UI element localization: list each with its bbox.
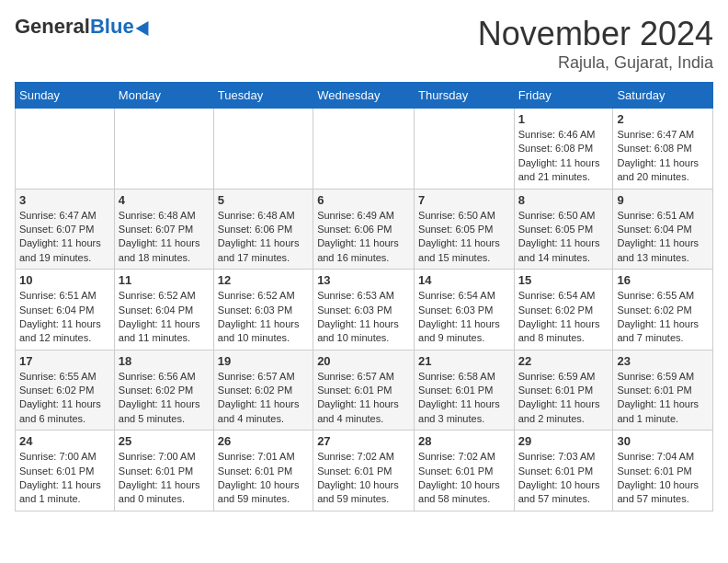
calendar-cell: 24Sunrise: 7:00 AM Sunset: 6:01 PM Dayli…: [16, 431, 115, 511]
day-info: Sunrise: 6:59 AM Sunset: 6:01 PM Dayligh…: [617, 370, 709, 427]
day-info: Sunrise: 6:52 AM Sunset: 6:03 PM Dayligh…: [218, 289, 309, 346]
calendar-week-row: 17Sunrise: 6:55 AM Sunset: 6:02 PM Dayli…: [16, 350, 713, 431]
day-number: 27: [317, 434, 410, 448]
calendar-cell: 13Sunrise: 6:53 AM Sunset: 6:03 PM Dayli…: [313, 270, 415, 350]
day-info: Sunrise: 6:47 AM Sunset: 6:08 PM Dayligh…: [617, 128, 709, 185]
calendar-title: November 2024: [478, 15, 713, 53]
day-number: 29: [518, 434, 609, 448]
calendar-week-row: 3Sunrise: 6:47 AM Sunset: 6:07 PM Daylig…: [16, 189, 713, 270]
day-number: 22: [518, 354, 609, 368]
calendar-cell: 29Sunrise: 7:03 AM Sunset: 6:01 PM Dayli…: [514, 431, 613, 511]
day-info: Sunrise: 6:57 AM Sunset: 6:02 PM Dayligh…: [218, 370, 309, 427]
day-number: 5: [218, 193, 309, 207]
day-number: 13: [317, 273, 410, 287]
day-info: Sunrise: 6:55 AM Sunset: 6:02 PM Dayligh…: [19, 370, 110, 427]
calendar-cell: 22Sunrise: 6:59 AM Sunset: 6:01 PM Dayli…: [514, 350, 613, 431]
calendar-cell: 1Sunrise: 6:46 AM Sunset: 6:08 PM Daylig…: [514, 109, 613, 190]
calendar-cell: 30Sunrise: 7:04 AM Sunset: 6:01 PM Dayli…: [613, 431, 713, 511]
day-number: 4: [119, 193, 210, 207]
calendar-cell: 14Sunrise: 6:54 AM Sunset: 6:03 PM Dayli…: [415, 270, 515, 350]
calendar-cell: 8Sunrise: 6:50 AM Sunset: 6:05 PM Daylig…: [514, 189, 613, 270]
day-number: 10: [19, 273, 110, 287]
calendar-cell: [313, 109, 415, 190]
logo: General Blue: [15, 15, 153, 39]
day-number: 2: [617, 112, 709, 126]
weekday-header: Sunday: [16, 83, 115, 109]
calendar-cell: 10Sunrise: 6:51 AM Sunset: 6:04 PM Dayli…: [16, 270, 115, 350]
day-info: Sunrise: 6:50 AM Sunset: 6:05 PM Dayligh…: [418, 209, 510, 266]
day-number: 15: [518, 273, 609, 287]
calendar-cell: 5Sunrise: 6:48 AM Sunset: 6:06 PM Daylig…: [213, 189, 313, 270]
day-info: Sunrise: 6:55 AM Sunset: 6:02 PM Dayligh…: [617, 289, 709, 346]
calendar-cell: 6Sunrise: 6:49 AM Sunset: 6:06 PM Daylig…: [313, 189, 415, 270]
calendar-table: SundayMondayTuesdayWednesdayThursdayFrid…: [15, 82, 713, 511]
calendar-cell: 2Sunrise: 6:47 AM Sunset: 6:08 PM Daylig…: [613, 109, 713, 190]
day-number: 26: [218, 434, 309, 448]
day-info: Sunrise: 6:49 AM Sunset: 6:06 PM Dayligh…: [317, 209, 410, 266]
calendar-cell: 26Sunrise: 7:01 AM Sunset: 6:01 PM Dayli…: [213, 431, 313, 511]
day-info: Sunrise: 6:51 AM Sunset: 6:04 PM Dayligh…: [617, 209, 709, 266]
day-info: Sunrise: 6:54 AM Sunset: 6:03 PM Dayligh…: [418, 289, 510, 346]
day-info: Sunrise: 6:58 AM Sunset: 6:01 PM Dayligh…: [418, 370, 510, 427]
logo-triangle-icon: [135, 17, 154, 36]
calendar-cell: [114, 109, 213, 190]
day-info: Sunrise: 6:48 AM Sunset: 6:06 PM Dayligh…: [218, 209, 309, 266]
page-header: General Blue November 2024 Rajula, Gujar…: [15, 15, 713, 73]
day-info: Sunrise: 6:51 AM Sunset: 6:04 PM Dayligh…: [19, 289, 110, 346]
day-number: 28: [418, 434, 510, 448]
calendar-cell: 3Sunrise: 6:47 AM Sunset: 6:07 PM Daylig…: [16, 189, 115, 270]
calendar-cell: 17Sunrise: 6:55 AM Sunset: 6:02 PM Dayli…: [16, 350, 115, 431]
day-number: 16: [617, 273, 709, 287]
calendar-cell: 19Sunrise: 6:57 AM Sunset: 6:02 PM Dayli…: [213, 350, 313, 431]
weekday-header: Monday: [114, 83, 213, 109]
calendar-cell: 11Sunrise: 6:52 AM Sunset: 6:04 PM Dayli…: [114, 270, 213, 350]
calendar-cell: 18Sunrise: 6:56 AM Sunset: 6:02 PM Dayli…: [114, 350, 213, 431]
day-info: Sunrise: 6:50 AM Sunset: 6:05 PM Dayligh…: [518, 209, 609, 266]
calendar-cell: 9Sunrise: 6:51 AM Sunset: 6:04 PM Daylig…: [613, 189, 713, 270]
day-info: Sunrise: 7:01 AM Sunset: 6:01 PM Dayligh…: [218, 450, 309, 507]
calendar-cell: 4Sunrise: 6:48 AM Sunset: 6:07 PM Daylig…: [114, 189, 213, 270]
day-info: Sunrise: 7:04 AM Sunset: 6:01 PM Dayligh…: [617, 450, 709, 507]
day-number: 20: [317, 354, 410, 368]
calendar-cell: 15Sunrise: 6:54 AM Sunset: 6:02 PM Dayli…: [514, 270, 613, 350]
day-info: Sunrise: 7:02 AM Sunset: 6:01 PM Dayligh…: [317, 450, 410, 507]
day-number: 6: [317, 193, 410, 207]
weekday-header-row: SundayMondayTuesdayWednesdayThursdayFrid…: [16, 83, 713, 109]
day-info: Sunrise: 6:53 AM Sunset: 6:03 PM Dayligh…: [317, 289, 410, 346]
weekday-header: Thursday: [415, 83, 515, 109]
calendar-cell: 16Sunrise: 6:55 AM Sunset: 6:02 PM Dayli…: [613, 270, 713, 350]
day-number: 8: [518, 193, 609, 207]
calendar-week-row: 24Sunrise: 7:00 AM Sunset: 6:01 PM Dayli…: [16, 431, 713, 511]
day-number: 3: [19, 193, 110, 207]
day-info: Sunrise: 7:02 AM Sunset: 6:01 PM Dayligh…: [418, 450, 510, 507]
weekday-header: Wednesday: [313, 83, 415, 109]
day-info: Sunrise: 6:59 AM Sunset: 6:01 PM Dayligh…: [518, 370, 609, 427]
day-info: Sunrise: 6:57 AM Sunset: 6:01 PM Dayligh…: [317, 370, 410, 427]
day-info: Sunrise: 6:46 AM Sunset: 6:08 PM Dayligh…: [518, 128, 609, 185]
calendar-cell: [16, 109, 115, 190]
day-info: Sunrise: 6:48 AM Sunset: 6:07 PM Dayligh…: [119, 209, 210, 266]
calendar-cell: 27Sunrise: 7:02 AM Sunset: 6:01 PM Dayli…: [313, 431, 415, 511]
calendar-cell: 25Sunrise: 7:00 AM Sunset: 6:01 PM Dayli…: [114, 431, 213, 511]
day-info: Sunrise: 7:00 AM Sunset: 6:01 PM Dayligh…: [119, 450, 210, 507]
calendar-subtitle: Rajula, Gujarat, India: [478, 53, 713, 73]
day-info: Sunrise: 7:00 AM Sunset: 6:01 PM Dayligh…: [19, 450, 110, 507]
day-number: 17: [19, 354, 110, 368]
calendar-body: 1Sunrise: 6:46 AM Sunset: 6:08 PM Daylig…: [16, 109, 713, 511]
day-info: Sunrise: 7:03 AM Sunset: 6:01 PM Dayligh…: [518, 450, 609, 507]
calendar-cell: 23Sunrise: 6:59 AM Sunset: 6:01 PM Dayli…: [613, 350, 713, 431]
day-number: 30: [617, 434, 709, 448]
day-number: 25: [119, 434, 210, 448]
day-info: Sunrise: 6:52 AM Sunset: 6:04 PM Dayligh…: [119, 289, 210, 346]
day-info: Sunrise: 6:47 AM Sunset: 6:07 PM Dayligh…: [19, 209, 110, 266]
day-number: 24: [19, 434, 110, 448]
day-info: Sunrise: 6:56 AM Sunset: 6:02 PM Dayligh…: [119, 370, 210, 427]
day-number: 9: [617, 193, 709, 207]
calendar-cell: 20Sunrise: 6:57 AM Sunset: 6:01 PM Dayli…: [313, 350, 415, 431]
day-number: 21: [418, 354, 510, 368]
day-number: 18: [119, 354, 210, 368]
weekday-header: Friday: [514, 83, 613, 109]
day-number: 7: [418, 193, 510, 207]
day-number: 12: [218, 273, 309, 287]
title-section: November 2024 Rajula, Gujarat, India: [478, 15, 713, 73]
